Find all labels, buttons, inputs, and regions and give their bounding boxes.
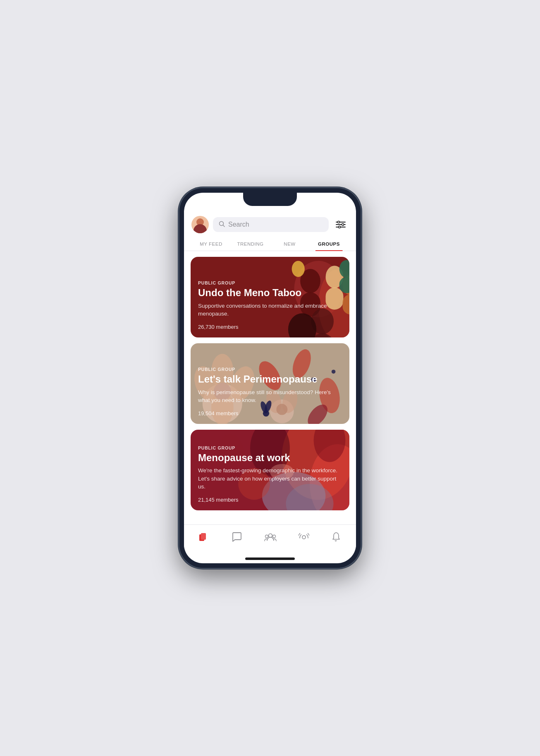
card-2-members: 19,504 members [198,410,342,416]
svg-point-7 [339,226,341,228]
feed: PUBLIC GROUP Undo the Meno Taboo Support… [184,251,356,524]
nav-notifications[interactable] [325,529,347,546]
svg-point-55 [272,535,275,538]
group-card-3[interactable]: PUBLIC GROUP Menopause at work We're the… [191,430,349,510]
card-3-title: Menopause at work [198,452,342,464]
card-3-members: 21,145 members [198,497,342,503]
card-3-content: PUBLIC GROUP Menopause at work We're the… [198,445,342,503]
group-card-2[interactable]: PUBLIC GROUP Let's talk Perimenopause Wh… [191,343,349,424]
tab-my-feed[interactable]: MY FEED [191,237,231,251]
avatar-body [194,224,207,233]
card-1-members: 26,730 members [198,324,342,330]
notch [243,193,297,206]
search-placeholder: Search [228,221,249,228]
phone-frame: Search MY FE [179,188,361,568]
tab-groups[interactable]: GROUPS [309,237,349,251]
card-2-content: PUBLIC GROUP Let's talk Perimenopause Wh… [198,367,342,416]
card-1-badge: PUBLIC GROUP [198,280,342,285]
card-3-description: We're the fastest-growing demographic in… [198,467,342,491]
phone-wrapper: Search MY FE [175,184,365,572]
header: Search [184,211,356,237]
card-3-badge: PUBLIC GROUP [198,445,342,450]
svg-line-1 [223,225,225,227]
group-card-1[interactable]: PUBLIC GROUP Undo the Meno Taboo Support… [191,257,349,337]
search-icon [219,221,225,228]
bottom-nav [184,524,356,557]
tabs: MY FEED TRENDING NEW GROUPS [184,237,356,251]
avatar-figure [194,218,207,233]
filter-button[interactable] [333,217,349,232]
card-1-title: Undo the Meno Taboo [198,287,342,299]
svg-point-5 [338,221,340,223]
tab-trending[interactable]: TRENDING [231,237,270,251]
svg-point-54 [265,535,268,538]
avatar[interactable] [191,216,209,233]
nav-groups[interactable] [258,529,282,545]
nav-home[interactable] [193,529,215,545]
tab-new[interactable]: NEW [270,237,309,251]
nav-broadcast[interactable] [293,529,315,546]
card-2-description: Why is perimenopause still so misunderst… [198,388,342,404]
phone-screen: Search MY FE [184,193,356,563]
svg-point-56 [302,536,306,539]
search-bar[interactable]: Search [213,217,329,232]
card-2-title: Let's talk Perimenopause [198,373,342,385]
card-1-content: PUBLIC GROUP Undo the Meno Taboo Support… [198,280,342,330]
svg-point-6 [342,224,344,226]
svg-point-53 [268,534,272,537]
card-1-description: Supportive conversations to normalize an… [198,302,342,318]
svg-point-20 [292,261,305,277]
card-2-badge: PUBLIC GROUP [198,367,342,372]
svg-rect-52 [201,533,206,540]
screen-content: Search MY FE [184,193,356,563]
home-bar [245,557,295,560]
nav-chat[interactable] [226,529,248,546]
